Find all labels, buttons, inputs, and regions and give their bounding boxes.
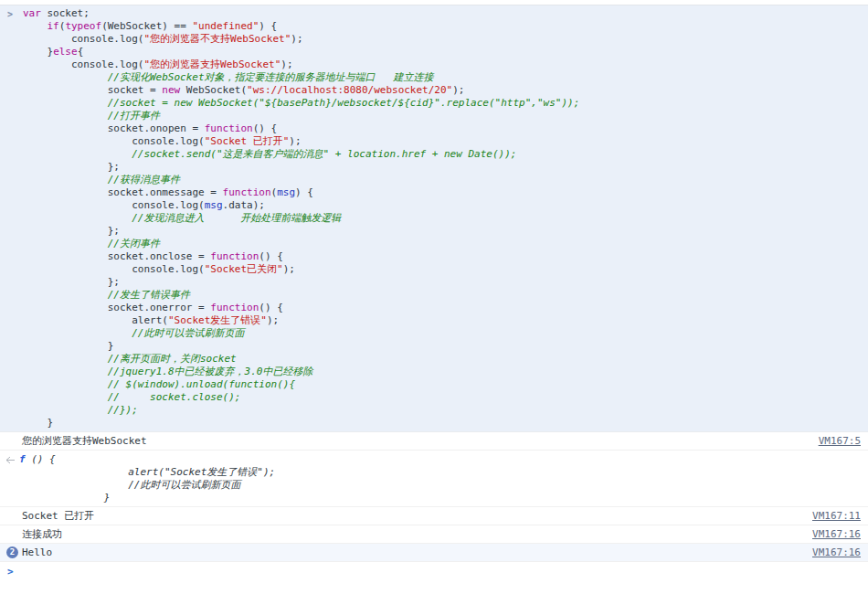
- code-token: msg: [205, 199, 223, 211]
- code-line: //socket.send("这是来自客户端的消息" + location.hr…: [0, 148, 868, 161]
- console-log-message: Socket 已打开VM167:11: [0, 507, 868, 525]
- function-preview[interactable]: f () { alert("Socket发生了错误"); //此时可以尝试刷新页…: [19, 453, 275, 504]
- code-token: socket;: [41, 7, 90, 19]
- code-token: //关闭事件: [23, 238, 160, 249]
- code-line: //实现化WebSocket对象，指定要连接的服务器地址与端口 建立连接: [0, 71, 868, 84]
- code-line: };: [0, 161, 868, 174]
- code-token: //获得消息事件: [23, 174, 180, 186]
- code-token: "Socket 已打开": [205, 135, 290, 147]
- code-line: console.log("您的浏览器支持WebSocket");: [0, 58, 868, 71]
- code-line: //});: [0, 404, 868, 417]
- code-token: //发现消息进入 开始处理前端触发逻辑: [23, 212, 341, 224]
- code-token: console.log(: [23, 263, 205, 275]
- code-line: //此时可以尝试刷新页面: [0, 327, 868, 340]
- code-token: );: [281, 58, 292, 70]
- code-token: // $(window).unload(function(){: [23, 378, 295, 390]
- devtools-console: > var socket; if(typeof(WebSocket) == "u…: [0, 5, 868, 579]
- code-line: if(typeof(WebSocket) == "undefined") {: [0, 20, 868, 33]
- code-token: ) {: [259, 20, 277, 32]
- code-token: function: [210, 302, 259, 313]
- console-log-message: 2HelloVM167:16: [0, 544, 868, 562]
- code-token: console.log(: [23, 199, 205, 211]
- code-token: //实现化WebSocket对象，指定要连接的服务器地址与端口 建立连接: [23, 71, 433, 83]
- code-token: {: [78, 46, 84, 58]
- code-token: console.log(: [23, 58, 143, 70]
- code-token: () {: [253, 122, 278, 134]
- code-token: );: [289, 135, 301, 147]
- code-token: //此时可以尝试刷新页面: [23, 327, 244, 339]
- console-prompt[interactable]: >: [0, 562, 868, 579]
- code-token: .data);: [223, 199, 265, 211]
- console-log-message: 您的浏览器支持WebSocketVM167:5: [0, 432, 868, 451]
- log-text: Hello: [22, 546, 52, 559]
- code-line: socket.onclose = function() {: [0, 250, 868, 263]
- code-token: alert(: [23, 314, 168, 326]
- code-token: new: [162, 84, 180, 96]
- code-token: };: [23, 276, 120, 288]
- repeat-count-badge: 2: [6, 546, 18, 558]
- code-token: WebSocket(: [180, 84, 247, 96]
- source-link[interactable]: VM167:11: [801, 510, 861, 523]
- code-line: var socket;: [0, 7, 868, 20]
- code-token: ) {: [295, 186, 313, 198]
- source-link[interactable]: VM167:16: [801, 528, 861, 541]
- code-token: msg: [277, 186, 295, 198]
- code-line: //socket = new WebSocket("${basePath}/we…: [0, 97, 868, 110]
- code-token: "Socket发生了错误": [168, 314, 267, 326]
- code-token: "Socket已关闭": [205, 263, 283, 275]
- code-token: (WebSocket) ==: [101, 20, 192, 32]
- console-command-echo: > var socket; if(typeof(WebSocket) == "u…: [0, 5, 868, 432]
- code-line: console.log(msg.data);: [0, 199, 868, 212]
- command-chevron-icon: >: [7, 8, 13, 21]
- code-line: socket.onopen = function() {: [0, 122, 868, 135]
- log-text: 您的浏览器支持WebSocket: [22, 435, 147, 448]
- code-token: [23, 20, 48, 32]
- code-token: );: [267, 314, 279, 326]
- log-text: Socket 已打开: [22, 510, 94, 523]
- code-token: "您的浏览器不支持WebSocket": [143, 33, 291, 45]
- code-token: console.log(: [23, 135, 205, 147]
- returned-value-arrow-icon: [5, 456, 16, 464]
- code-line: };: [0, 276, 868, 289]
- code-token: () {: [259, 302, 283, 313]
- code-token: }: [23, 340, 113, 352]
- code-line: }else{: [0, 46, 868, 58]
- code-token: "ws://localhost:8080/websocket/20": [247, 84, 452, 96]
- prompt-chevron-icon: >: [7, 566, 14, 578]
- code-token: socket.onclose =: [23, 250, 210, 262]
- code-token: //发生了错误事件: [23, 289, 190, 301]
- code-line: }: [0, 340, 868, 353]
- code-line: alert("Socket发生了错误");: [0, 314, 868, 327]
- code-line: //jquery1.8中已经被废弃，3.0中已经移除: [0, 366, 868, 378]
- code-line: console.log("您的浏览器不支持WebSocket");: [0, 33, 868, 46]
- code-line: //离开页面时，关闭socket: [0, 353, 868, 366]
- code-token: typeof: [65, 20, 101, 32]
- code-line: //发生了错误事件: [0, 289, 868, 302]
- console-log-message: 连接成功VM167:16: [0, 525, 868, 544]
- code-token: "您的浏览器支持WebSocket": [143, 58, 281, 70]
- log-text: 连接成功: [22, 528, 62, 541]
- code-token: function: [210, 250, 259, 262]
- code-token: function: [223, 186, 271, 198]
- code-token: // socket.close();: [23, 391, 240, 403]
- code-line: // socket.close();: [0, 391, 868, 404]
- code-token: socket.onerror =: [23, 302, 210, 313]
- code-line: //获得消息事件: [0, 174, 868, 186]
- code-token: //jquery1.8中已经被废弃，3.0中已经移除: [23, 366, 312, 377]
- code-token: };: [23, 161, 120, 173]
- source-link[interactable]: VM167:5: [808, 435, 861, 448]
- code-line: };: [0, 225, 868, 238]
- console-result-message: f () { alert("Socket发生了错误"); //此时可以尝试刷新页…: [0, 451, 868, 507]
- source-link[interactable]: VM167:16: [801, 546, 861, 559]
- code-token: );: [452, 84, 464, 96]
- code-token: );: [291, 33, 302, 45]
- console-messages: 您的浏览器支持WebSocketVM167:5f () { alert("Soc…: [0, 432, 868, 562]
- console-command-code: var socket; if(typeof(WebSocket) == "und…: [0, 7, 868, 430]
- code-token: };: [23, 225, 120, 237]
- code-token: );: [283, 263, 295, 275]
- code-token: //离开页面时，关闭socket: [23, 353, 237, 365]
- code-line: // $(window).unload(function(){: [0, 378, 868, 391]
- code-token: () {: [259, 250, 283, 262]
- code-token: var: [23, 7, 41, 19]
- code-line: socket.onerror = function() {: [0, 302, 868, 314]
